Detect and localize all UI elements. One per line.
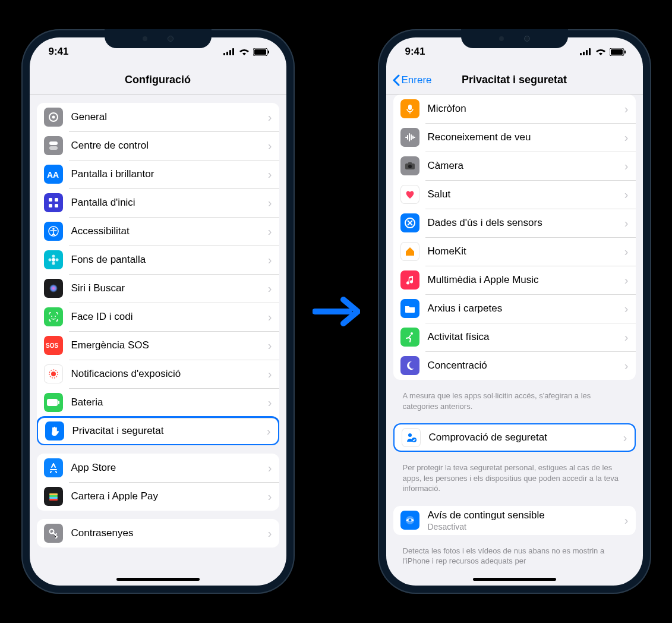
footer-text-2: Per protegir la teva seguretat personal,… (393, 460, 636, 498)
row-label: Emergència SOS (71, 339, 260, 351)
svg-point-18 (52, 258, 55, 262)
grid-icon (44, 193, 63, 212)
back-label: Enrere (402, 74, 432, 86)
row-label: Comprovació de seguretat (429, 432, 615, 443)
content[interactable]: General›Centre de control›AAPantalla i b… (30, 95, 286, 586)
row-exposure[interactable]: Notificacions d'exposició› (37, 360, 279, 388)
row-label: Notificacions d'exposició (71, 368, 260, 380)
svg-rect-47 (408, 162, 412, 164)
svg-point-48 (411, 332, 413, 335)
row-safety-check[interactable]: Comprovació de seguretat› (393, 423, 636, 452)
cellular-icon (223, 48, 235, 55)
chevron-right-icon: › (624, 131, 629, 144)
chevron-right-icon: › (268, 282, 272, 295)
row-motion[interactable]: Activitat física› (393, 323, 636, 351)
chevron-right-icon: › (268, 461, 272, 475)
svg-point-27 (51, 372, 56, 376)
nav-bar: Enrere Privacitat i seguretat (386, 66, 643, 95)
chevron-right-icon: › (267, 424, 271, 438)
flow-arrow (313, 294, 360, 329)
svg-rect-12 (49, 198, 52, 202)
svg-point-20 (52, 262, 55, 265)
motion-icon (400, 328, 419, 347)
row-sos[interactable]: SOSEmergència SOS› (37, 331, 279, 360)
row-general[interactable]: General› (37, 103, 279, 131)
row-label: Contrasenyes (71, 527, 260, 539)
row-control-center[interactable]: Centre de control› (37, 131, 279, 160)
svg-rect-32 (49, 495, 58, 497)
status-time: 9:41 (405, 46, 425, 58)
row-label: Cartera i Apple Pay (71, 490, 260, 502)
row-health[interactable]: Salut› (393, 180, 636, 209)
row-home-screen[interactable]: Pantalla d'inici› (37, 188, 279, 217)
chevron-right-icon: › (268, 490, 272, 504)
row-privacy[interactable]: Privacitat i seguretat› (37, 416, 279, 445)
row-microphone[interactable]: Micròfon› (393, 95, 636, 123)
row-wallpaper[interactable]: Fons de pantalla› (37, 246, 279, 274)
arrow-right-icon (313, 294, 360, 329)
chevron-right-icon: › (268, 310, 272, 324)
row-accessibility[interactable]: Accessibilitat› (37, 217, 279, 246)
row-label: Face ID i codi (71, 311, 260, 323)
svg-point-17 (52, 228, 55, 230)
row-label: Accessibilitat (71, 225, 260, 237)
svg-rect-5 (254, 49, 266, 55)
chevron-right-icon: › (624, 359, 629, 373)
svg-point-23 (49, 284, 58, 292)
chevron-right-icon: › (624, 216, 629, 230)
svg-rect-33 (49, 497, 58, 499)
chevron-right-icon: › (268, 196, 272, 210)
screen: 9:41 Enrere Privacitat i seguretat Micrò… (386, 37, 643, 586)
row-homekit[interactable]: HomeKit› (393, 237, 636, 266)
heart-icon (400, 185, 419, 204)
row-siri[interactable]: Siri i Buscar› (37, 274, 279, 303)
svg-rect-43 (624, 51, 626, 54)
row-focus[interactable]: Concentració› (393, 351, 636, 380)
row-label: Reconeixement de veu (428, 131, 616, 143)
svg-rect-14 (49, 204, 52, 207)
row-faceid[interactable]: Face ID i codi› (37, 303, 279, 331)
row-label: Multimèdia i Apple Music (428, 274, 616, 286)
row-label: Arxius i carpetes (428, 303, 616, 314)
mic-icon (400, 99, 419, 118)
row-sensitive[interactable]: Avís de contingut sensibleDesactivat› (393, 506, 636, 535)
camera-icon (400, 156, 419, 175)
battery-icon (44, 393, 63, 412)
nav-bar: Configuració (30, 66, 286, 95)
home-icon (400, 242, 419, 261)
back-button[interactable]: Enrere (392, 74, 432, 86)
svg-rect-9 (49, 141, 58, 145)
chevron-right-icon: › (624, 159, 629, 173)
svg-rect-42 (611, 49, 623, 55)
chevron-right-icon: › (268, 367, 272, 381)
home-indicator[interactable] (473, 578, 556, 581)
svg-rect-1 (226, 52, 228, 55)
privacy-group-2: Comprovació de seguretat› (393, 423, 636, 452)
content[interactable]: Micròfon›Reconeixement de veu›Càmera›Sal… (386, 95, 643, 586)
svg-rect-6 (268, 51, 269, 54)
row-label: Salut (428, 188, 616, 200)
row-files[interactable]: Arxius i carpetes› (393, 294, 636, 323)
svg-rect-31 (49, 493, 58, 495)
svg-text:AA: AA (47, 170, 59, 180)
svg-point-52 (408, 519, 411, 522)
home-indicator[interactable] (116, 578, 200, 581)
row-passwords[interactable]: Contrasenyes› (37, 519, 279, 548)
cellular-icon (580, 48, 592, 55)
svg-point-46 (408, 165, 412, 168)
row-label: Micròfon (428, 103, 616, 115)
row-wallet[interactable]: Cartera i Apple Pay› (37, 482, 279, 511)
row-research[interactable]: Dades d'ús i dels sensors› (393, 209, 636, 237)
wifi-icon (595, 48, 606, 55)
svg-point-49 (408, 433, 412, 437)
row-label: Pantalla d'inici (71, 197, 260, 209)
row-camera[interactable]: Càmera› (393, 152, 636, 180)
row-media[interactable]: Multimèdia i Apple Music› (393, 266, 636, 294)
row-display[interactable]: AAPantalla i brillantor› (37, 160, 279, 188)
row-battery[interactable]: Bateria› (37, 388, 279, 417)
row-appstore[interactable]: App Store› (37, 454, 279, 482)
svg-rect-38 (583, 52, 585, 55)
settings-group-2: App Store›Cartera i Apple Pay› (37, 454, 279, 511)
row-speech[interactable]: Reconeixement de veu› (393, 123, 636, 152)
settings-group-3: Contrasenyes› (37, 519, 279, 548)
